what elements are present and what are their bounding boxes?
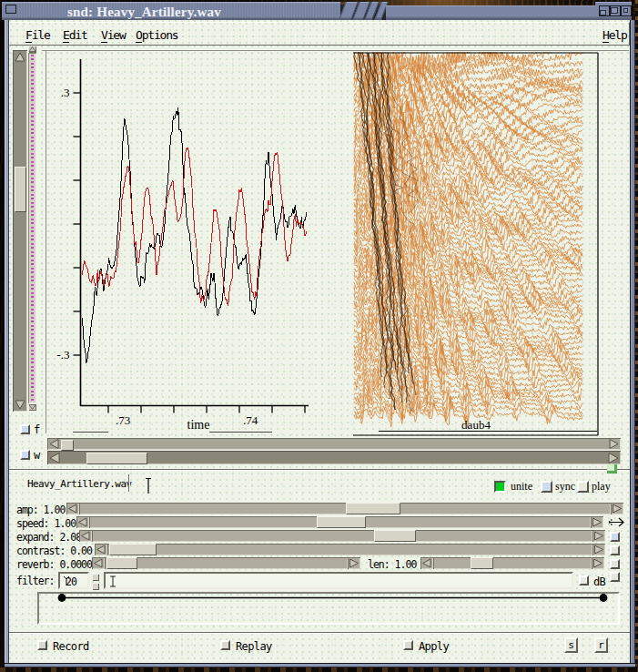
record-toggle[interactable]	[37, 640, 47, 650]
x-zoom-scrollbar[interactable]	[47, 438, 621, 450]
contrast-slider-thumb[interactable]	[109, 544, 157, 555]
right-arrow-icon	[592, 544, 605, 555]
graph-pane-border-left	[46, 51, 46, 433]
arrow-triangle	[29, 47, 35, 52]
speed-style-arrows-icon[interactable]	[606, 516, 626, 528]
filter-envelope-field[interactable]	[104, 572, 573, 589]
arrow-triangle	[609, 453, 618, 463]
amp-decrease-arrow[interactable]	[66, 503, 79, 514]
speed-label: speed: 1.00	[16, 517, 76, 530]
x-position-scrollbar-thumb[interactable]	[86, 453, 147, 464]
len-decrease-arrow[interactable]	[420, 557, 433, 569]
filter-envelope-editor[interactable]	[37, 592, 620, 625]
arrow-triangle	[50, 440, 58, 449]
speed-increase-arrow[interactable]	[591, 516, 603, 528]
expand-slider[interactable]	[92, 530, 592, 542]
speed-slider-thumb[interactable]	[317, 516, 366, 528]
menu-view-mnemonic: V	[101, 28, 107, 43]
y-position-scrollbar-thumb[interactable]	[15, 167, 26, 212]
right-arrow-triangle	[594, 559, 603, 567]
icon-path	[110, 576, 116, 586]
right-arrow-triangle	[595, 545, 603, 554]
y-zoom-down-arrow-icon[interactable]	[28, 403, 36, 411]
right-arrow-icon	[592, 530, 605, 542]
unite-label: unite	[511, 480, 532, 494]
amp-slider-thumb[interactable]	[346, 503, 400, 514]
right-arrow-triangle	[593, 518, 602, 526]
amp-slider[interactable]	[79, 503, 611, 514]
db-toggle[interactable]	[579, 575, 589, 585]
menu-options[interactable]: Options	[136, 28, 177, 42]
maximize-button[interactable]	[610, 5, 621, 16]
maximize-icon	[611, 7, 618, 14]
right-arrow-icon	[348, 557, 360, 569]
speed-decrease-arrow[interactable]	[76, 516, 89, 528]
menu-edit[interactable]: Edit	[63, 28, 87, 42]
menu-view[interactable]: View	[101, 28, 126, 42]
sound-name-label: Heavy_Artillery.wav	[27, 478, 131, 490]
icon-path	[64, 576, 69, 585]
y-zoom-up-arrow-icon[interactable]	[28, 46, 36, 53]
x-position-left-arrow-icon[interactable]	[48, 452, 62, 464]
close-button[interactable]	[621, 5, 632, 16]
amp-increase-arrow[interactable]	[611, 503, 623, 514]
left-arrow-triangle	[82, 532, 90, 540]
sync-toggle[interactable]	[541, 481, 552, 493]
apply-toggle[interactable]	[403, 640, 413, 650]
close-icon	[623, 8, 628, 13]
contrast-side-toggle[interactable]	[610, 545, 620, 555]
expand-decrease-arrow[interactable]	[79, 530, 92, 542]
reverb-side-toggle[interactable]	[610, 559, 620, 569]
reverb-increase-arrow[interactable]	[348, 557, 360, 569]
x-zoom-scrollbar-thumb[interactable]	[61, 440, 74, 451]
replay-toggle[interactable]	[220, 640, 230, 650]
window-titlebar[interactable]: snd: Heavy_Artillery.wav	[2, 2, 340, 20]
menu-options-mnemonic: O	[136, 28, 142, 43]
expand-side-toggle[interactable]	[610, 532, 620, 542]
reverb-decrease-arrow[interactable]	[92, 557, 105, 569]
window-title: snd: Heavy_Artillery.wav	[67, 5, 221, 20]
filter-order-up-stepper[interactable]	[92, 574, 99, 581]
r-button[interactable]: r	[594, 637, 608, 653]
x-zoom-right-arrow-icon[interactable]	[607, 438, 620, 450]
contrast-decrease-arrow[interactable]	[95, 544, 107, 555]
len-increase-arrow[interactable]	[592, 557, 604, 569]
f-toggle[interactable]	[20, 424, 30, 434]
desktop: snd: Heavy_Artillery.wav File Edit View …	[0, 0, 638, 672]
menu-file-mnemonic: F	[25, 28, 32, 43]
scroll-down-arrow-icon[interactable]	[14, 398, 26, 411]
contrast-increase-arrow[interactable]	[592, 544, 605, 555]
unite-toggle[interactable]	[494, 481, 506, 493]
scroll-up-arrow-icon[interactable]	[14, 51, 26, 64]
pane-sash[interactable]	[607, 464, 617, 473]
play-toggle[interactable]	[577, 481, 589, 493]
left-arrow-icon	[95, 544, 107, 555]
replay-label: Replay	[236, 640, 272, 653]
contrast-slider[interactable]	[107, 544, 592, 555]
filter-order-down-stepper[interactable]	[92, 583, 99, 590]
titlebar-right-section[interactable]	[386, 5, 599, 20]
arrow-triangle	[610, 440, 618, 449]
left-arrow-icon	[66, 503, 79, 514]
reverb-slider[interactable]	[105, 557, 348, 569]
w-toggle[interactable]	[20, 450, 30, 460]
menu-file[interactable]: File	[25, 28, 50, 42]
expand-slider-thumb[interactable]	[374, 530, 416, 542]
icon-path	[609, 518, 623, 526]
left-arrow-icon	[420, 557, 433, 569]
s-button[interactable]: s	[564, 637, 578, 653]
x-zoom-left-arrow-icon[interactable]	[48, 438, 61, 450]
y-position-scrollbar[interactable]	[13, 50, 27, 412]
filter-side-toggle[interactable]	[610, 572, 620, 582]
filter-order-field[interactable]: 20	[58, 572, 89, 589]
iconify-button[interactable]	[599, 5, 610, 16]
x-position-right-arrow-icon[interactable]	[606, 452, 620, 464]
bottom-separator	[9, 632, 630, 634]
len-slider[interactable]	[433, 557, 592, 569]
reverb-slider-thumb[interactable]	[106, 557, 137, 569]
left-arrow-triangle	[79, 518, 87, 526]
window-menu-button[interactable]	[5, 5, 16, 14]
expand-increase-arrow[interactable]	[592, 530, 605, 542]
len-slider-thumb[interactable]	[471, 557, 493, 569]
menu-help[interactable]: Help	[603, 28, 627, 42]
